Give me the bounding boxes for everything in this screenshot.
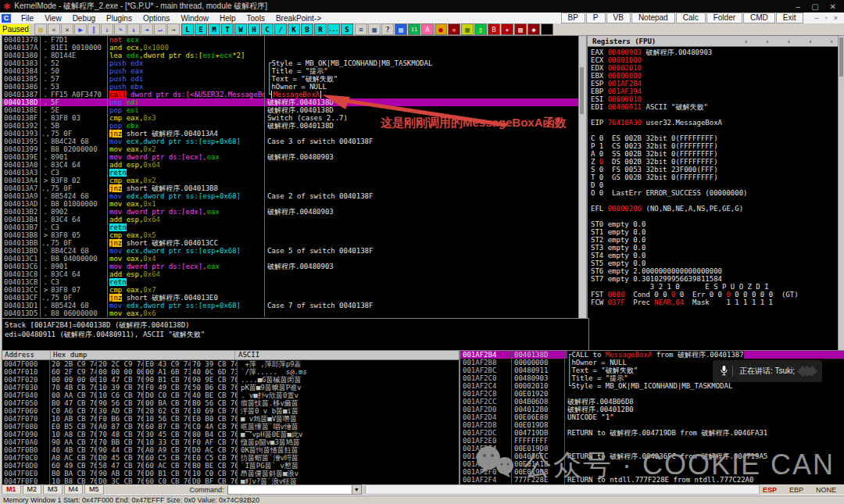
register-line[interactable]: D 0 [591, 181, 839, 189]
bank-switch-arrow-icon[interactable]: ‹ [830, 38, 834, 45]
disasm-row[interactable]: 0040138D.5Fpop edi破解程序.0040138D [2, 98, 579, 106]
register-line[interactable]: O 0 LastErr ERROR_SUCCESS (00000000) [591, 189, 839, 197]
register-line[interactable]: ST4 empty 0.0 [591, 252, 839, 259]
register-line[interactable]: EFL 00000206 (NO,NB,NE,A,NS,PE,GE,G) [591, 205, 839, 213]
plugin-icon-10[interactable]: ▧ [514, 23, 527, 35]
disasm-row[interactable]: 004013CB.C3retn [2, 278, 579, 286]
close-program-icon[interactable]: ✕ [61, 23, 73, 35]
register-line[interactable]: EBX 00000000 [591, 72, 839, 80]
plugin-icon-11[interactable]: ◈ [528, 23, 540, 35]
plugin-icon-2[interactable]: 11 [408, 23, 420, 35]
bank-switch-arrow-icon[interactable]: ‹ [787, 38, 791, 45]
register-line[interactable]: P 1 CS 0023 32bit 0(FFFFFFFF) [591, 142, 839, 150]
register-line[interactable]: ECX 00001000 [591, 56, 839, 64]
menu-item-plugins[interactable]: Plugins [101, 14, 138, 23]
menu-item-view[interactable]: View [39, 14, 67, 23]
open-file-icon[interactable]: ▨ [34, 23, 47, 35]
breakpoint-list-icon[interactable]: ≡ [355, 23, 367, 35]
view-button-K[interactable]: K [288, 23, 300, 35]
disasm-row[interactable]: 004013D1.8B5424 68mov edx,dword ptr ss:[… [2, 302, 579, 309]
close-icon[interactable]: ✕ [830, 2, 836, 11]
dump-row[interactable]: 0047F00020 2B C9 7420 2C C9 74E0 43 C9 7… [2, 360, 459, 368]
go-to-address-icon[interactable]: → [167, 23, 180, 35]
command-input[interactable]: ▼ [227, 484, 362, 495]
dump-row[interactable]: 0047F060C0 A6 CB 7630 AD CB 7620 62 CB 7… [2, 407, 459, 415]
dump-row[interactable]: 0047F0C0A0 AC CB 76D0 45 CB 7660 C5 CB 7… [2, 454, 459, 462]
disasm-row[interactable]: 004013BB.,75 0Fjnz short 破解程序.004013CC [2, 239, 579, 247]
stack-row[interactable]: 001AF2F4777F228ERETURN to ntdll.777F228E… [460, 476, 844, 484]
disasm-row[interactable]: 004013A3.C3retn [2, 169, 579, 177]
view-button-slash[interactable]: / [274, 23, 287, 35]
plugin-icon-4[interactable]: ● [435, 23, 447, 35]
view-button-W[interactable]: W [234, 23, 247, 35]
disasm-row[interactable]: 00401387.FF15 A0F3470call dword ptr ds:[… [2, 91, 579, 98]
animate-into-icon[interactable]: ↡ [127, 23, 140, 35]
stack-row[interactable]: 001AF2C400002010└Style = MB_OK|MB_ICONHA… [460, 382, 844, 390]
registers-scrollbar[interactable] [838, 35, 844, 352]
plugin-icon-1[interactable]: ▤ [395, 23, 407, 35]
view-button-S[interactable]: S [341, 23, 353, 35]
stack-row[interactable]: 001AF2DC004719DBRETURN to 破解程序.004719DB … [460, 429, 844, 437]
disasm-scrollbar[interactable] [578, 35, 587, 319]
disasm-row[interactable]: 004013A0.83C4 64add esp,0x64 [2, 161, 579, 169]
register-line[interactable]: EIP 76410A30 user32.MessageBoxA [591, 119, 839, 127]
plugin-icon-7[interactable]: ▯ [474, 23, 487, 35]
minimize-icon[interactable]: – [796, 2, 801, 11]
view-button-B[interactable]: B [301, 23, 313, 35]
disasm-row[interactable]: 004013C8.83C4 64add esp,0x64 [2, 270, 579, 278]
follow-label-esp[interactable]: ESP [763, 486, 777, 494]
disasm-row[interactable]: 004013B4.83C4 64add esp,0x64 [2, 216, 579, 223]
menu-button-vb[interactable]: VB [606, 13, 631, 23]
register-line[interactable]: ST6 empty 2.0000000000000000000 [591, 267, 839, 275]
disasm-row[interactable]: 004013D5.B8 06000000mov eax,0x6 [2, 309, 579, 317]
dump-row[interactable]: 0047F09010 A8 CB 7670 48 CB 7630 45 CB 7… [2, 431, 459, 438]
view-button-E[interactable]: E [195, 23, 207, 35]
dump-row[interactable]: 0047F03070 4B CB 7610 39 CB 76F0 49 CB 7… [2, 384, 459, 391]
dump-row[interactable]: 0047F04000 AA CB 7610 C6 CB 76D0 C0 CB 7… [2, 391, 459, 399]
maximize-icon[interactable]: ▢ [811, 2, 818, 11]
memory-tab-m1[interactable]: M1 [2, 484, 21, 495]
dump-row[interactable]: 0047F0D060 49 CB 7658 47 CB 7660 AC CB 7… [2, 462, 459, 470]
register-line[interactable]: ESP 001AF2B4 [591, 80, 839, 88]
plugin-icon-8[interactable]: B [488, 23, 500, 35]
restart-icon[interactable]: « [48, 23, 60, 35]
windows-icon[interactable]: ▦ [368, 23, 381, 35]
menu-item-file[interactable]: File [16, 14, 39, 23]
chevron-down-icon[interactable]: ▼ [352, 485, 361, 494]
register-line[interactable]: A 0 SS 002B 32bit 0(FFFFFFFF) [591, 150, 839, 158]
disasm-row[interactable]: 004013AD.B8 01000000mov eax,0x1 [2, 200, 579, 208]
register-line[interactable]: ESI 00000010 [591, 95, 839, 103]
bank-switch-arrow-icon[interactable]: ‹ [765, 38, 769, 45]
register-line[interactable]: ST0 empty 0.0 [591, 220, 839, 228]
disasm-row[interactable]: 00401385.57push edi│Text = "破解失败" [2, 75, 579, 83]
dump-row[interactable]: 0047F0B040 4B CB 7690 44 CB 76A0 A9 CB 7… [2, 446, 459, 454]
disasm-row[interactable]: 004013C1.B8 04000000mov eax,0x4 [2, 255, 579, 263]
register-line[interactable]: ST2 empty 0.0 [591, 236, 839, 244]
disasm-row[interactable]: 00401395.8B4C24 68mov ecx,dword ptr ss:[… [2, 138, 579, 145]
menu-item-help[interactable]: Help [214, 14, 241, 23]
register-line[interactable]: ST1 empty 0.0 [591, 228, 839, 236]
dump-row[interactable]: 0047F07010 AB CB 76F0 B6 CB 7610 56 CB 7… [2, 415, 459, 423]
dump-row[interactable]: 0047F0E0B0 BA CB 7690 AB CB 76D0 B1 CB 7… [2, 470, 459, 477]
disasm-row[interactable]: 00401393.,75 0Fjnz short 破解程序.004013A4 [2, 130, 579, 138]
plugin-icon-6[interactable]: ▦ [461, 23, 474, 35]
disasm-row[interactable]: 0040137A.81E1 0010000and ecx,0x1000 [2, 44, 579, 52]
disasm-row[interactable]: 004013B8>83F8 05cmp eax,0x5 [2, 231, 579, 239]
dump-row[interactable]: 0047F080E0 B5 CB 76A0 87 CB 7660 87 CB 7… [2, 423, 459, 431]
register-line[interactable]: T 0 GS 002B 32bit 0(FFFFFFFF) [591, 173, 839, 181]
pause-icon[interactable]: ∥ [88, 23, 100, 35]
register-line[interactable] [591, 127, 839, 134]
memory-tab-m5[interactable]: M5 [84, 484, 104, 495]
memory-tab-m3[interactable]: M3 [43, 484, 63, 495]
follow-label-none[interactable]: NONE [816, 486, 836, 494]
menu-button-cmd[interactable]: CMD [743, 13, 775, 23]
register-line[interactable]: S 0 FS 0053 32bit 23F000(FFF) [591, 166, 839, 173]
help-icon[interactable]: ? [381, 23, 394, 35]
disasm-row[interactable]: 004013CC>83F8 07cmp eax,0x7 [2, 286, 579, 294]
stack-row[interactable]: 001AF2CC004B06D8破解程序.004B06D8 [460, 398, 844, 406]
bank-switch-arrow-icon[interactable]: ‹ [808, 38, 812, 45]
register-line[interactable]: FCW 037F Prec NEAR,64 Mask 1 1 1 1 1 1 [591, 298, 839, 306]
menu-item-debug[interactable]: Debug [67, 14, 101, 23]
child-minimize-icon[interactable]: – [815, 14, 819, 22]
disasm-row[interactable]: 0040138E.5Epop esi破解程序.0040138D [2, 106, 579, 114]
